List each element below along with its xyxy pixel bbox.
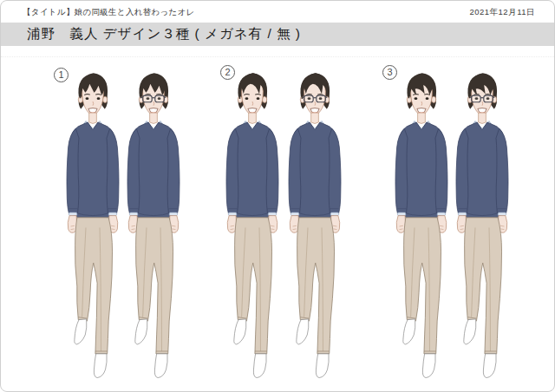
sheet-title-band: 浦野 義人 デザイン３種 ( メガネ有 / 無 ) <box>1 23 554 46</box>
figure-design-3-with-glasses <box>447 69 517 384</box>
date-label: 2021年12月11日 <box>469 7 535 18</box>
figure-design-1-with-glasses <box>119 69 188 384</box>
sheet-title: 浦野 義人 デザイン３種 ( メガネ有 / 無 ) <box>27 25 301 43</box>
work-title: 【タイトル】娘の同級生と入れ替わったオレ <box>23 7 195 18</box>
figure-design-2-without-glasses <box>218 69 287 384</box>
figure-design-1-without-glasses <box>58 69 127 384</box>
character-design-sheet: 【タイトル】娘の同級生と入れ替わったオレ 2021年12月11日 浦野 義人 デ… <box>0 0 555 392</box>
figure-design-2-with-glasses <box>280 69 349 384</box>
figure-design-3-without-glasses <box>387 69 456 384</box>
dotted-separator <box>1 56 554 57</box>
